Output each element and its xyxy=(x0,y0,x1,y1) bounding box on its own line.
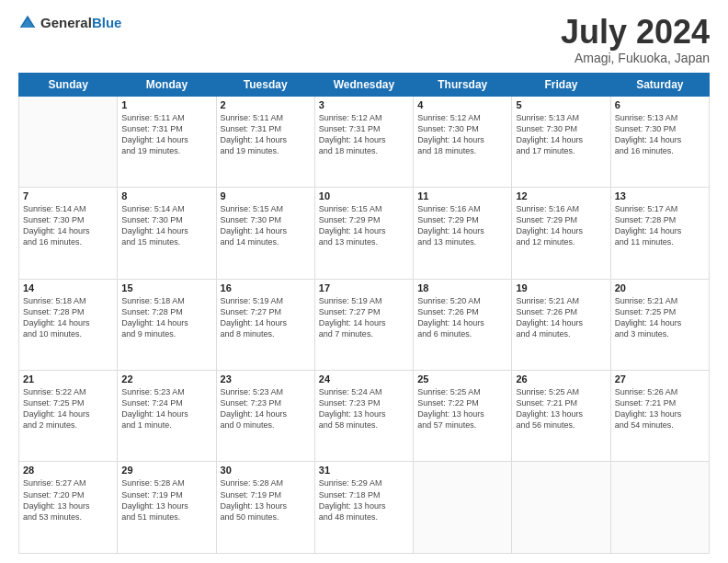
calendar-cell: 6Sunrise: 5:13 AMSunset: 7:30 PMDaylight… xyxy=(610,96,709,187)
day-info: Sunrise: 5:23 AMSunset: 7:24 PMDaylight:… xyxy=(121,386,211,431)
day-number: 30 xyxy=(221,465,311,476)
calendar-cell xyxy=(414,462,512,554)
day-info: Sunrise: 5:20 AMSunset: 7:26 PMDaylight:… xyxy=(417,295,507,340)
day-info: Sunrise: 5:19 AMSunset: 7:27 PMDaylight:… xyxy=(319,295,409,340)
calendar-week-2: 7Sunrise: 5:14 AMSunset: 7:30 PMDaylight… xyxy=(19,188,710,279)
day-info: Sunrise: 5:17 AMSunset: 7:28 PMDaylight:… xyxy=(615,203,705,248)
day-info: Sunrise: 5:28 AMSunset: 7:19 PMDaylight:… xyxy=(121,477,211,523)
calendar-week-1: 1Sunrise: 5:11 AMSunset: 7:31 PMDaylight… xyxy=(19,96,710,187)
day-number: 6 xyxy=(615,99,705,110)
calendar-cell: 31Sunrise: 5:29 AMSunset: 7:18 PMDayligh… xyxy=(314,462,413,554)
calendar-week-4: 21Sunrise: 5:22 AMSunset: 7:25 PMDayligh… xyxy=(19,371,710,462)
calendar-cell: 13Sunrise: 5:17 AMSunset: 7:28 PMDayligh… xyxy=(610,188,709,279)
calendar-cell: 19Sunrise: 5:21 AMSunset: 7:26 PMDayligh… xyxy=(512,279,610,370)
day-number: 10 xyxy=(319,190,409,201)
day-number: 7 xyxy=(23,190,113,201)
day-info: Sunrise: 5:25 AMSunset: 7:22 PMDaylight:… xyxy=(417,386,507,431)
calendar-header-thursday: Thursday xyxy=(414,73,512,96)
day-number: 25 xyxy=(417,373,507,385)
calendar-cell: 2Sunrise: 5:11 AMSunset: 7:31 PMDaylight… xyxy=(216,96,314,187)
day-info: Sunrise: 5:22 AMSunset: 7:25 PMDaylight:… xyxy=(23,386,113,431)
calendar-cell: 10Sunrise: 5:15 AMSunset: 7:29 PMDayligh… xyxy=(314,188,413,279)
day-info: Sunrise: 5:11 AMSunset: 7:31 PMDaylight:… xyxy=(121,112,211,157)
day-info: Sunrise: 5:26 AMSunset: 7:21 PMDaylight:… xyxy=(615,386,705,431)
calendar-cell: 3Sunrise: 5:12 AMSunset: 7:31 PMDaylight… xyxy=(314,96,413,187)
calendar-cell: 16Sunrise: 5:19 AMSunset: 7:27 PMDayligh… xyxy=(216,279,314,370)
calendar-cell: 12Sunrise: 5:16 AMSunset: 7:29 PMDayligh… xyxy=(512,188,610,279)
day-info: Sunrise: 5:13 AMSunset: 7:30 PMDaylight:… xyxy=(516,112,606,157)
day-info: Sunrise: 5:11 AMSunset: 7:31 PMDaylight:… xyxy=(221,112,311,157)
day-number: 11 xyxy=(417,190,507,201)
day-info: Sunrise: 5:25 AMSunset: 7:21 PMDaylight:… xyxy=(516,386,606,431)
day-number: 19 xyxy=(516,282,606,293)
calendar-header-wednesday: Wednesday xyxy=(314,73,413,96)
day-info: Sunrise: 5:23 AMSunset: 7:23 PMDaylight:… xyxy=(221,386,311,431)
day-number: 26 xyxy=(516,373,606,385)
calendar-cell: 26Sunrise: 5:25 AMSunset: 7:21 PMDayligh… xyxy=(512,371,610,462)
day-number: 13 xyxy=(615,190,705,201)
calendar-cell: 4Sunrise: 5:12 AMSunset: 7:30 PMDaylight… xyxy=(414,96,512,187)
calendar-header-sunday: Sunday xyxy=(19,73,118,96)
calendar-header-monday: Monday xyxy=(118,73,216,96)
day-info: Sunrise: 5:18 AMSunset: 7:28 PMDaylight:… xyxy=(23,295,113,340)
calendar-cell: 21Sunrise: 5:22 AMSunset: 7:25 PMDayligh… xyxy=(19,371,118,462)
day-info: Sunrise: 5:15 AMSunset: 7:29 PMDaylight:… xyxy=(319,203,409,248)
day-number: 23 xyxy=(221,373,311,385)
day-number: 28 xyxy=(23,465,113,476)
header: GeneralBlue July 2024 Amagi, Fukuoka, Ja… xyxy=(18,14,710,65)
day-number: 16 xyxy=(221,282,311,293)
day-number: 5 xyxy=(516,99,606,110)
day-number: 8 xyxy=(121,190,211,201)
calendar-header-friday: Friday xyxy=(512,73,610,96)
day-info: Sunrise: 5:16 AMSunset: 7:29 PMDaylight:… xyxy=(417,203,507,248)
logo: GeneralBlue xyxy=(18,14,121,32)
calendar-cell xyxy=(610,462,709,554)
calendar-header-saturday: Saturday xyxy=(610,73,709,96)
day-number: 1 xyxy=(121,99,211,110)
calendar-cell: 14Sunrise: 5:18 AMSunset: 7:28 PMDayligh… xyxy=(19,279,118,370)
calendar-cell: 27Sunrise: 5:26 AMSunset: 7:21 PMDayligh… xyxy=(610,371,709,462)
calendar-cell: 25Sunrise: 5:25 AMSunset: 7:22 PMDayligh… xyxy=(414,371,512,462)
calendar-cell: 15Sunrise: 5:18 AMSunset: 7:28 PMDayligh… xyxy=(118,279,216,370)
day-number: 15 xyxy=(121,282,211,293)
day-number: 29 xyxy=(121,465,211,476)
day-info: Sunrise: 5:14 AMSunset: 7:30 PMDaylight:… xyxy=(23,203,113,248)
calendar-cell: 24Sunrise: 5:24 AMSunset: 7:23 PMDayligh… xyxy=(314,371,413,462)
day-info: Sunrise: 5:27 AMSunset: 7:20 PMDaylight:… xyxy=(23,477,113,523)
month-year-title: July 2024 xyxy=(561,14,710,51)
day-number: 2 xyxy=(221,99,311,110)
day-number: 17 xyxy=(319,282,409,293)
day-info: Sunrise: 5:18 AMSunset: 7:28 PMDaylight:… xyxy=(121,295,211,340)
day-info: Sunrise: 5:28 AMSunset: 7:19 PMDaylight:… xyxy=(221,477,311,523)
calendar-cell: 30Sunrise: 5:28 AMSunset: 7:19 PMDayligh… xyxy=(216,462,314,554)
day-info: Sunrise: 5:29 AMSunset: 7:18 PMDaylight:… xyxy=(319,477,409,523)
day-info: Sunrise: 5:21 AMSunset: 7:26 PMDaylight:… xyxy=(516,295,606,340)
page: GeneralBlue July 2024 Amagi, Fukuoka, Ja… xyxy=(0,0,728,563)
calendar-cell: 22Sunrise: 5:23 AMSunset: 7:24 PMDayligh… xyxy=(118,371,216,462)
calendar-cell: 1Sunrise: 5:11 AMSunset: 7:31 PMDaylight… xyxy=(118,96,216,187)
day-info: Sunrise: 5:14 AMSunset: 7:30 PMDaylight:… xyxy=(121,203,211,248)
calendar-cell: 23Sunrise: 5:23 AMSunset: 7:23 PMDayligh… xyxy=(216,371,314,462)
calendar-table: SundayMondayTuesdayWednesdayThursdayFrid… xyxy=(18,73,710,554)
calendar-header-tuesday: Tuesday xyxy=(216,73,314,96)
calendar-cell: 29Sunrise: 5:28 AMSunset: 7:19 PMDayligh… xyxy=(118,462,216,554)
day-info: Sunrise: 5:21 AMSunset: 7:25 PMDaylight:… xyxy=(615,295,705,340)
day-number: 31 xyxy=(319,465,409,476)
day-number: 27 xyxy=(615,373,705,385)
day-info: Sunrise: 5:13 AMSunset: 7:30 PMDaylight:… xyxy=(615,112,705,157)
calendar-week-3: 14Sunrise: 5:18 AMSunset: 7:28 PMDayligh… xyxy=(19,279,710,370)
calendar-cell xyxy=(19,96,118,187)
title-area: July 2024 Amagi, Fukuoka, Japan xyxy=(561,14,710,65)
calendar-cell: 11Sunrise: 5:16 AMSunset: 7:29 PMDayligh… xyxy=(414,188,512,279)
logo-general: GeneralBlue xyxy=(40,15,121,31)
logo-icon xyxy=(18,14,37,32)
calendar-header-row: SundayMondayTuesdayWednesdayThursdayFrid… xyxy=(19,73,710,96)
calendar-cell: 9Sunrise: 5:15 AMSunset: 7:30 PMDaylight… xyxy=(216,188,314,279)
calendar-cell: 5Sunrise: 5:13 AMSunset: 7:30 PMDaylight… xyxy=(512,96,610,187)
day-number: 12 xyxy=(516,190,606,201)
calendar-cell: 20Sunrise: 5:21 AMSunset: 7:25 PMDayligh… xyxy=(610,279,709,370)
day-number: 14 xyxy=(23,282,113,293)
day-number: 4 xyxy=(417,99,507,110)
location-subtitle: Amagi, Fukuoka, Japan xyxy=(561,51,710,65)
calendar-cell: 7Sunrise: 5:14 AMSunset: 7:30 PMDaylight… xyxy=(19,188,118,279)
